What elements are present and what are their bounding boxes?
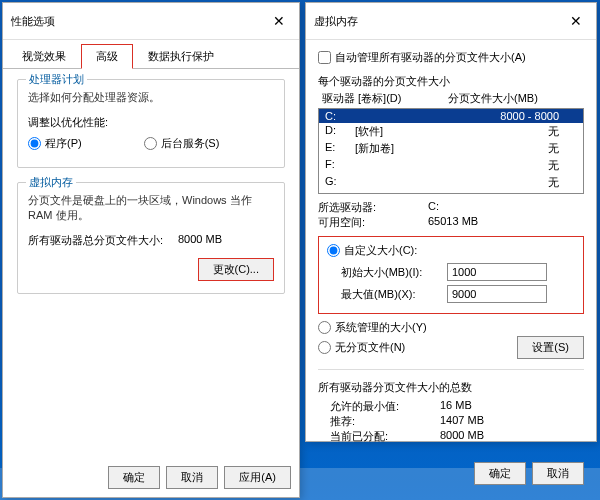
- apply-button[interactable]: 应用(A): [224, 466, 291, 489]
- radio-system-label: 系统管理的大小(Y): [335, 320, 427, 335]
- radio-system-input[interactable]: [318, 321, 331, 334]
- dialog-title: 性能选项: [11, 14, 55, 29]
- totals-heading: 所有驱动器分页文件大小的总数: [318, 380, 584, 395]
- title-bar: 性能选项 ✕: [3, 3, 299, 40]
- radio-custom-size[interactable]: 自定义大小(C):: [327, 243, 417, 258]
- radio-no-paging[interactable]: 无分页文件(N): [318, 340, 405, 355]
- drive-header-size: 分页文件大小(MB): [448, 91, 580, 106]
- close-icon[interactable]: ✕: [259, 9, 299, 33]
- selected-drive-value: C:: [428, 200, 439, 215]
- cur-value: 8000 MB: [440, 429, 484, 444]
- radio-services-input[interactable]: [144, 137, 157, 150]
- cpu-scheduling-group: 处理器计划 选择如何分配处理器资源。 调整以优化性能: 程序(P) 后台服务(S…: [17, 79, 285, 168]
- radio-programs-input[interactable]: [28, 137, 41, 150]
- radio-none-label: 无分页文件(N): [335, 340, 405, 355]
- group-title: 虚拟内存: [26, 175, 76, 190]
- auto-manage-input[interactable]: [318, 51, 331, 64]
- radio-custom-label: 自定义大小(C):: [344, 243, 417, 258]
- tab-body: 处理器计划 选择如何分配处理器资源。 调整以优化性能: 程序(P) 后台服务(S…: [3, 69, 299, 318]
- radio-none-input[interactable]: [318, 341, 331, 354]
- custom-size-box: 自定义大小(C): 初始大小(MB)(I): 最大值(MB)(X):: [318, 236, 584, 314]
- virtual-memory-dialog: 虚拟内存 ✕ 自动管理所有驱动器的分页文件大小(A) 每个驱动器的分页文件大小 …: [305, 2, 597, 442]
- auto-manage-checkbox[interactable]: 自动管理所有驱动器的分页文件大小(A): [318, 50, 526, 65]
- radio-programs-label: 程序(P): [45, 136, 82, 151]
- group-title: 处理器计划: [26, 72, 87, 87]
- ok-button[interactable]: 确定: [474, 462, 526, 485]
- drive-row[interactable]: G:无: [319, 174, 583, 191]
- radio-custom-input[interactable]: [327, 244, 340, 257]
- dialog-buttons: 确定 取消: [318, 462, 584, 485]
- drive-row[interactable]: D:[软件]无: [319, 123, 583, 140]
- avail-space-label: 可用空间:: [318, 215, 428, 230]
- cancel-button[interactable]: 取消: [532, 462, 584, 485]
- change-button[interactable]: 更改(C)...: [198, 258, 274, 281]
- close-icon[interactable]: ✕: [556, 9, 596, 33]
- min-value: 16 MB: [440, 399, 472, 414]
- vm-total-value: 8000 MB: [178, 233, 222, 248]
- rec-value: 1407 MB: [440, 414, 484, 429]
- dialog-title: 虚拟内存: [314, 14, 358, 29]
- min-label: 允许的最小值:: [330, 399, 440, 414]
- set-button[interactable]: 设置(S): [517, 336, 584, 359]
- performance-options-dialog: 性能选项 ✕ 视觉效果 高级 数据执行保护 处理器计划 选择如何分配处理器资源。…: [2, 2, 300, 498]
- tab-dep[interactable]: 数据执行保护: [133, 44, 229, 69]
- tab-visual-effects[interactable]: 视觉效果: [7, 44, 81, 69]
- vm-desc: 分页文件是硬盘上的一块区域，Windows 当作 RAM 使用。: [28, 193, 274, 223]
- tab-strip: 视觉效果 高级 数据执行保护: [3, 40, 299, 69]
- avail-space-value: 65013 MB: [428, 215, 478, 230]
- tab-advanced[interactable]: 高级: [81, 44, 133, 69]
- ok-button[interactable]: 确定: [108, 466, 160, 489]
- per-drive-label: 每个驱动器的分页文件大小: [318, 74, 584, 89]
- dialog-buttons: 确定 取消 应用(A): [108, 466, 291, 489]
- rec-label: 推荐:: [330, 414, 440, 429]
- drive-row[interactable]: C:8000 - 8000: [319, 109, 583, 123]
- cancel-button[interactable]: 取消: [166, 466, 218, 489]
- title-bar: 虚拟内存 ✕: [306, 3, 596, 40]
- drive-row[interactable]: F:无: [319, 157, 583, 174]
- cur-label: 当前已分配:: [330, 429, 440, 444]
- vm-total-label: 所有驱动器总分页文件大小:: [28, 233, 178, 248]
- virtual-memory-group: 虚拟内存 分页文件是硬盘上的一块区域，Windows 当作 RAM 使用。 所有…: [17, 182, 285, 294]
- drive-row[interactable]: E:[新加卷]无: [319, 140, 583, 157]
- max-size-label: 最大值(MB)(X):: [341, 287, 441, 302]
- radio-services[interactable]: 后台服务(S): [144, 136, 220, 151]
- adjust-label: 调整以优化性能:: [28, 115, 274, 130]
- max-size-input[interactable]: [447, 285, 547, 303]
- drive-list[interactable]: C:8000 - 8000 D:[软件]无 E:[新加卷]无 F:无 G:无: [318, 108, 584, 194]
- initial-size-label: 初始大小(MB)(I):: [341, 265, 441, 280]
- radio-system-managed[interactable]: 系统管理的大小(Y): [318, 320, 427, 335]
- radio-programs[interactable]: 程序(P): [28, 136, 82, 151]
- cpu-desc: 选择如何分配处理器资源。: [28, 90, 274, 105]
- radio-services-label: 后台服务(S): [161, 136, 220, 151]
- initial-size-input[interactable]: [447, 263, 547, 281]
- auto-manage-label: 自动管理所有驱动器的分页文件大小(A): [335, 50, 526, 65]
- selected-drive-label: 所选驱动器:: [318, 200, 428, 215]
- drive-header-drive: 驱动器 [卷标](D): [322, 91, 448, 106]
